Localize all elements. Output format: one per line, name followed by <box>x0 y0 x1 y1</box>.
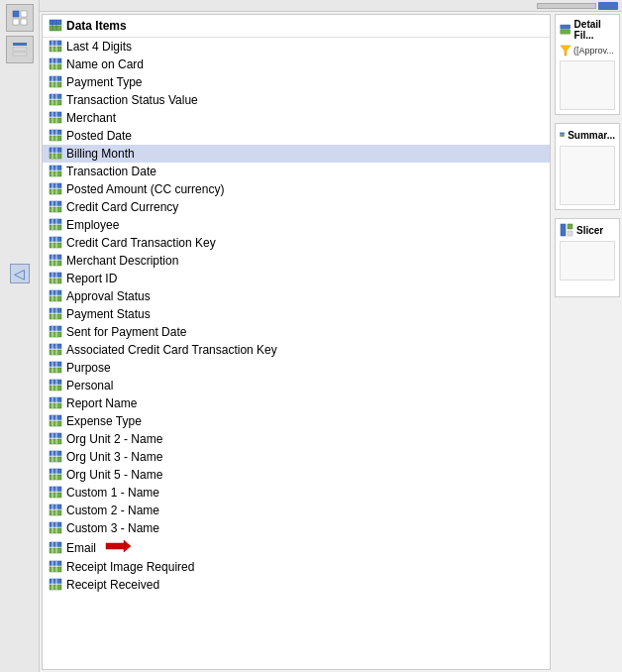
svg-rect-2 <box>13 19 19 25</box>
svg-rect-91 <box>50 326 61 331</box>
sidebar-icon-top[interactable] <box>6 4 34 32</box>
field-icon <box>49 468 62 482</box>
list-item[interactable]: Org Unit 2 - Name <box>43 430 550 448</box>
field-icon <box>49 450 62 464</box>
svg-rect-117 <box>50 421 61 426</box>
list-item[interactable]: Approval Status <box>43 287 550 305</box>
item-label: Sent for Payment Date <box>66 325 186 339</box>
svg-rect-152 <box>50 548 61 553</box>
list-item[interactable]: Last 4 Digits <box>43 38 550 56</box>
list-item[interactable]: Personal <box>43 377 550 394</box>
item-label: Org Unit 2 - Name <box>66 432 162 446</box>
svg-rect-86 <box>50 308 61 313</box>
list-item[interactable]: Employee <box>43 216 550 234</box>
svg-rect-61 <box>50 219 61 224</box>
list-item[interactable]: Payment Type <box>43 73 550 91</box>
item-label: Employee <box>66 218 119 232</box>
list-item[interactable]: Org Unit 5 - Name <box>43 466 550 484</box>
field-icon <box>49 560 62 574</box>
svg-rect-92 <box>50 332 61 337</box>
list-item[interactable]: Purpose <box>43 359 550 377</box>
list-item[interactable]: Org Unit 3 - Name <box>43 448 550 466</box>
svg-rect-4 <box>13 43 27 46</box>
sidebar-nav-arrow[interactable]: ◁ <box>10 264 30 283</box>
list-item[interactable]: Merchant <box>43 109 550 127</box>
sidebar-icon-second[interactable] <box>6 36 34 63</box>
list-item[interactable]: Receipt Received <box>43 576 550 594</box>
item-label: Transaction Date <box>66 165 156 178</box>
svg-rect-146 <box>50 522 61 527</box>
svg-rect-32 <box>50 118 61 123</box>
list-item[interactable]: Transaction Status Value <box>43 91 550 109</box>
svg-rect-36 <box>50 130 61 135</box>
svg-rect-127 <box>50 457 61 462</box>
item-label: Payment Type <box>66 75 143 89</box>
list-item[interactable]: Name on Card <box>43 56 550 73</box>
item-label: Email <box>66 541 96 555</box>
svg-rect-170 <box>560 133 564 135</box>
svg-rect-172 <box>561 224 566 236</box>
svg-rect-126 <box>50 451 61 456</box>
list-item[interactable]: Email <box>43 537 550 558</box>
field-icon <box>49 343 62 357</box>
item-label: Posted Amount (CC currency) <box>66 182 224 196</box>
svg-rect-171 <box>560 135 564 137</box>
detail-filter-icon <box>560 23 571 37</box>
field-icon <box>49 289 62 303</box>
list-item[interactable]: Merchant Description <box>43 252 550 270</box>
item-label: Custom 1 - Name <box>66 486 159 500</box>
slicer-icon <box>560 223 573 237</box>
svg-rect-52 <box>50 189 61 194</box>
filter-text: ([Approv... <box>573 46 614 56</box>
svg-rect-26 <box>50 94 61 99</box>
svg-rect-1 <box>21 11 27 17</box>
svg-rect-31 <box>50 112 61 117</box>
svg-rect-17 <box>50 64 61 69</box>
svg-rect-163 <box>50 585 61 590</box>
detail-filter-label: Detail Fil... <box>574 19 615 41</box>
items-container: Last 4 Digits Name on Card Payment Type … <box>43 38 550 594</box>
list-item[interactable]: Posted Amount (CC currency) <box>43 180 550 198</box>
left-sidebar: ◁ <box>0 0 40 672</box>
svg-rect-5 <box>13 48 27 51</box>
svg-rect-66 <box>50 237 61 242</box>
list-item[interactable]: Sent for Payment Date <box>43 323 550 341</box>
svg-rect-47 <box>50 171 61 176</box>
detail-filter-card: Detail Fil... ([Approv... <box>555 14 620 115</box>
item-label: Org Unit 3 - Name <box>66 450 162 464</box>
list-item[interactable]: Custom 2 - Name <box>43 502 550 519</box>
svg-rect-62 <box>50 225 61 230</box>
list-item[interactable]: Payment Status <box>43 305 550 323</box>
list-item[interactable]: Custom 3 - Name <box>43 519 550 537</box>
svg-rect-76 <box>50 273 61 278</box>
svg-rect-141 <box>50 504 61 509</box>
slicer-card: Slicer <box>555 218 620 297</box>
list-item[interactable]: Posted Date <box>43 127 550 145</box>
field-icon <box>49 504 62 517</box>
svg-rect-158 <box>50 567 61 572</box>
list-item[interactable]: Credit Card Currency <box>43 198 550 216</box>
summary-header: Summar... <box>560 128 615 142</box>
svg-rect-121 <box>50 433 61 438</box>
list-item[interactable]: Report Name <box>43 394 550 412</box>
field-icon <box>49 218 62 232</box>
field-icon <box>49 272 62 285</box>
list-item[interactable]: Expense Type <box>43 412 550 430</box>
field-icon <box>49 379 62 392</box>
list-item[interactable]: Custom 1 - Name <box>43 484 550 502</box>
list-item[interactable]: Transaction Date <box>43 163 550 180</box>
list-item[interactable]: Report ID <box>43 270 550 287</box>
item-label: Billing Month <box>66 147 135 161</box>
field-icon <box>49 325 62 339</box>
svg-rect-116 <box>50 415 61 420</box>
list-item[interactable]: Associated Credit Card Transaction Key <box>43 341 550 359</box>
list-item[interactable]: Credit Card Transaction Key <box>43 234 550 252</box>
item-label: Payment Status <box>66 307 151 321</box>
list-item[interactable]: Billing Month <box>43 145 550 163</box>
svg-marker-156 <box>106 540 131 552</box>
main-content: Data Items Last 4 Digits Name on Card Pa… <box>40 0 622 672</box>
svg-rect-56 <box>50 201 61 206</box>
svg-rect-27 <box>50 100 61 105</box>
list-item[interactable]: Receipt Image Required <box>43 558 550 576</box>
svg-rect-12 <box>50 47 61 52</box>
